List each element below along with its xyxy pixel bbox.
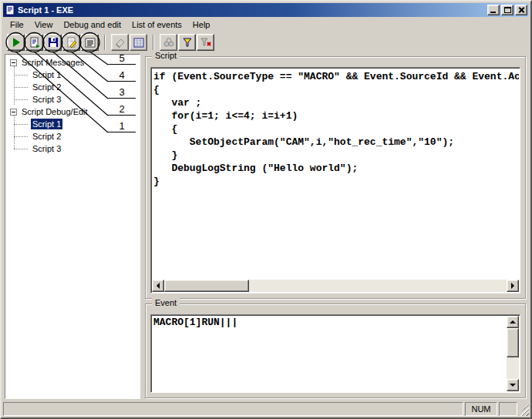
filter-clear-icon: [200, 36, 212, 49]
menu-item-help[interactable]: Help: [187, 18, 216, 31]
code-line: DebugLogString ("Hello world");: [153, 162, 519, 175]
event-groupbox: Event MACRO[1]RUN|||: [145, 303, 526, 398]
code-line: {: [153, 83, 519, 96]
tree-item-messages-script-1[interactable]: Script 1: [5, 69, 140, 81]
run-script-button[interactable]: [7, 34, 25, 51]
scroll-left-button[interactable]: [152, 280, 164, 292]
script-groupbox-title: Script: [152, 51, 180, 60]
collapse-toggle-icon[interactable]: [10, 109, 17, 116]
toolbar-separator: [153, 35, 154, 50]
code-line: var ;: [153, 96, 519, 109]
save-button[interactable]: [44, 34, 62, 51]
tree-group-script-debug-edit[interactable]: Script Debug/Edit: [5, 106, 140, 118]
script-tree-panel: Script Messages Script 1 Script 2 Script…: [5, 54, 140, 399]
menu-item-list-of-events[interactable]: List of events: [126, 18, 187, 31]
scrollbar-thumb[interactable]: [164, 280, 249, 292]
script-messages-button[interactable]: [25, 34, 43, 51]
edit-script-button[interactable]: [62, 34, 80, 51]
save-icon: [47, 36, 59, 49]
filter-clear-button[interactable]: [197, 34, 214, 51]
code-line: for(i=1; i<=4; i=i+1): [153, 109, 519, 122]
minimize-icon: [490, 12, 496, 13]
scroll-right-icon: [511, 283, 514, 289]
edit-script-icon: [66, 36, 78, 49]
search-button[interactable]: [160, 34, 177, 51]
tree-item-debug-script-2[interactable]: Script 2: [5, 130, 140, 142]
status-panel-end: [499, 402, 517, 416]
scroll-left-icon: [157, 283, 160, 289]
minimize-button[interactable]: [487, 5, 500, 15]
search-icon: [163, 36, 175, 49]
scrollbar-track[interactable]: [164, 280, 507, 292]
event-log-area[interactable]: MACRO[1]RUN|||: [150, 314, 520, 393]
vertical-scrollbar[interactable]: [507, 316, 519, 391]
script-groupbox: Script if (Event.SourceType == "MACRO" &…: [145, 56, 526, 299]
scrollbar-track[interactable]: [507, 328, 519, 379]
event-groupbox-title: Event: [152, 298, 180, 307]
events-list-button[interactable]: [81, 34, 99, 51]
code-line: if (Event.SourceType == "MACRO" && Event…: [153, 70, 519, 83]
scroll-right-button[interactable]: [507, 280, 519, 292]
eraser-icon: [114, 36, 126, 49]
maximize-icon: [504, 7, 511, 13]
toolbar: [3, 32, 529, 53]
toolbar-separator: [104, 35, 106, 50]
menu-item-file[interactable]: File: [5, 18, 29, 31]
scroll-up-icon: [510, 320, 516, 323]
filter-icon: [181, 36, 194, 49]
tree-group-script-messages[interactable]: Script Messages: [5, 56, 140, 69]
menu-item-view[interactable]: View: [29, 18, 59, 31]
events-list-icon: [84, 36, 96, 49]
titlebar: Script 1 - EXE: [3, 3, 529, 17]
tree-item-messages-script-3[interactable]: Script 3: [5, 93, 140, 106]
app-icon: [5, 5, 15, 15]
code-line: SetObjectParam("CAM",i,"hot_rec_time","1…: [153, 136, 519, 149]
menubar: File View Debug and edit List of events …: [3, 17, 529, 32]
scroll-up-button[interactable]: [507, 316, 519, 328]
collapse-toggle-icon[interactable]: [10, 59, 17, 66]
code-line: }: [153, 149, 519, 162]
grid-icon: [133, 36, 145, 49]
app-window: Script 1 - EXE File View Debug and edit …: [0, 0, 532, 419]
scroll-down-button[interactable]: [507, 379, 519, 391]
close-icon: [516, 5, 527, 15]
script-messages-icon: [29, 36, 41, 49]
tree-item-debug-script-3[interactable]: Script 3: [5, 142, 140, 155]
window-title: Script 1 - EXE: [18, 5, 487, 15]
menu-item-debug-and-edit[interactable]: Debug and edit: [58, 18, 126, 31]
grid-button[interactable]: [130, 34, 147, 51]
erase-button[interactable]: [111, 34, 129, 51]
resize-grip[interactable]: [519, 402, 529, 416]
filter-button[interactable]: [178, 34, 196, 51]
status-panel-main: [3, 402, 463, 416]
close-button[interactable]: [515, 5, 527, 15]
scroll-down-icon: [510, 384, 516, 387]
run-icon: [10, 36, 22, 49]
script-code[interactable]: if (Event.SourceType == "MACRO" && Event…: [153, 70, 519, 279]
code-line: }: [153, 175, 519, 188]
tree-item-debug-script-1-selected[interactable]: Script 1: [5, 118, 140, 130]
horizontal-scrollbar[interactable]: [152, 280, 519, 292]
script-code-editor[interactable]: if (Event.SourceType == "MACRO" && Event…: [150, 67, 520, 293]
event-log-text: MACRO[1]RUN|||: [153, 317, 504, 328]
caption-buttons: [487, 5, 527, 15]
scrollbar-thumb[interactable]: [507, 328, 519, 357]
status-num-indicator: NUM: [465, 402, 497, 416]
maximize-button[interactable]: [501, 5, 513, 15]
tree-item-messages-script-2[interactable]: Script 2: [5, 81, 140, 93]
code-line: {: [153, 122, 519, 136]
statusbar: NUM: [3, 401, 529, 416]
